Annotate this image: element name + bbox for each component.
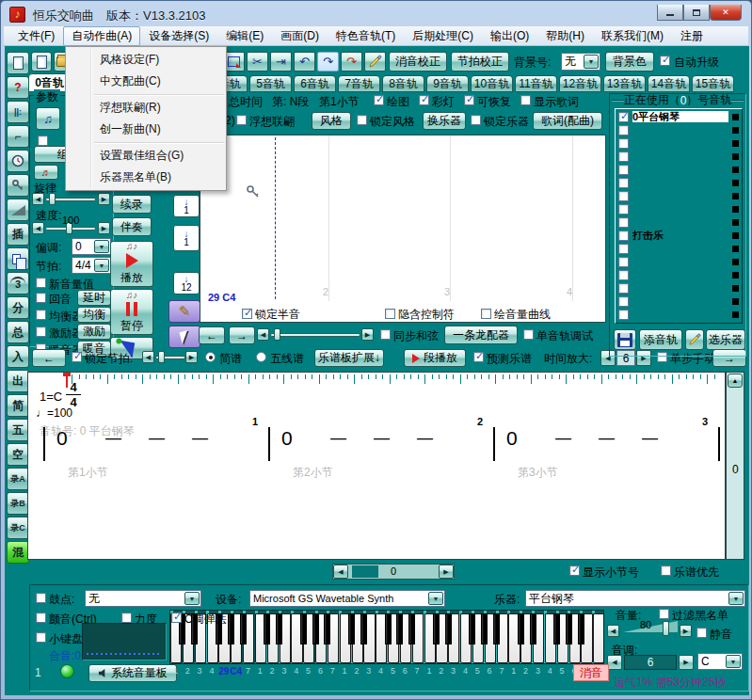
piano-black-key[interactable]: [360, 613, 367, 644]
hidden-ctrl-checkbox[interactable]: [385, 309, 395, 319]
piano-black-key[interactable]: [240, 613, 247, 644]
menu-item-4[interactable]: 编辑(E): [217, 26, 272, 46]
instrument-checkbox[interactable]: [618, 204, 629, 215]
corner-tool-icon[interactable]: ⌐: [7, 125, 29, 148]
lock-semitone-checkbox[interactable]: [242, 309, 252, 319]
instrument-row[interactable]: 打击乐: [616, 229, 741, 242]
tab-track-14[interactable]: 14音轨: [648, 75, 690, 92]
empty-tool[interactable]: 空: [7, 443, 29, 466]
velocity-checkbox[interactable]: [121, 612, 132, 623]
piano-black-key[interactable]: [553, 613, 560, 644]
key-tool-icon[interactable]: [7, 174, 29, 197]
new-file-button[interactable]: [31, 52, 52, 72]
lock-style-checkbox[interactable]: [357, 115, 367, 125]
brush-icon[interactable]: [364, 52, 386, 72]
instrument-checkbox[interactable]: [618, 151, 629, 162]
score-v-scrollbar[interactable]: ▲ 0: [726, 372, 744, 560]
instrument-row[interactable]: [616, 215, 741, 229]
instrument-square[interactable]: [732, 153, 739, 160]
drum-select[interactable]: 无: [85, 590, 201, 607]
instrument-row[interactable]: 0平台钢琴: [616, 110, 741, 123]
one-stop-orchestration-button[interactable]: 一条龙配器: [444, 326, 518, 344]
accompany-button[interactable]: 伴奏: [112, 217, 152, 236]
auto-update-checkbox[interactable]: [660, 56, 670, 66]
add-track-button[interactable]: 添音轨: [639, 329, 682, 350]
instrument-checkbox[interactable]: [618, 244, 629, 254]
chevron-down-icon[interactable]: [728, 592, 744, 605]
piano-black-key[interactable]: [518, 613, 524, 644]
tab-track-7[interactable]: 7音轨: [338, 75, 380, 92]
mute-checkbox[interactable]: [696, 628, 707, 638]
tab-track-8[interactable]: 8音轨: [382, 75, 424, 92]
title-bar[interactable]: ♪ 恒乐交响曲 版本：V13.3.2103 ✕: [3, 3, 749, 26]
lock-instrument-checkbox[interactable]: [471, 115, 481, 125]
instrument-row[interactable]: [616, 202, 741, 215]
chevron-down-icon[interactable]: [584, 55, 599, 69]
beat-correct-button[interactable]: 节拍校正: [451, 52, 509, 72]
piano-keyboard[interactable]: [169, 610, 604, 664]
instrument-row[interactable]: [616, 242, 741, 255]
piano-white-key[interactable]: [593, 613, 604, 663]
brush-button[interactable]: [685, 329, 704, 350]
piano-black-key[interactable]: [481, 613, 488, 644]
free-think-checkbox[interactable]: [236, 115, 247, 125]
new-file-icon[interactable]: [7, 52, 29, 74]
instrument-row[interactable]: [616, 150, 741, 163]
drum-checkbox[interactable]: [36, 593, 46, 603]
instrument-square[interactable]: [732, 180, 739, 186]
filter-blacklist-checkbox[interactable]: [659, 609, 669, 619]
h-scroll-thumb[interactable]: [352, 565, 378, 578]
instrument-square[interactable]: [732, 206, 739, 213]
instrument-square[interactable]: [732, 219, 739, 226]
show-lyrics-checkbox[interactable]: [520, 95, 531, 105]
tab-track-9[interactable]: 9音轨: [426, 75, 469, 92]
record-c-tool[interactable]: 录C: [7, 517, 29, 539]
instrument-square[interactable]: [732, 232, 739, 239]
single-track-debug-checkbox[interactable]: [523, 329, 534, 340]
beat-select[interactable]: 4/4: [72, 257, 111, 274]
c-mode-checkbox[interactable]: [171, 612, 182, 623]
piano-black-key[interactable]: [385, 613, 392, 644]
instrument-checkbox[interactable]: [618, 138, 629, 149]
instrument-row[interactable]: [616, 189, 741, 202]
instrument-row[interactable]: [616, 176, 741, 189]
instrument-square[interactable]: [732, 127, 739, 134]
draw-checkbox[interactable]: [374, 95, 384, 105]
instrument-checkbox[interactable]: [618, 257, 629, 267]
instrument-checkbox[interactable]: [618, 283, 629, 294]
chevron-down-icon[interactable]: [94, 259, 109, 272]
piano-black-key[interactable]: [300, 613, 307, 644]
scroll-right-arrow[interactable]: ▶: [439, 565, 454, 579]
clock-tool-icon[interactable]: [7, 150, 29, 172]
instrument-square[interactable]: [732, 259, 739, 265]
piano-black-key[interactable]: [264, 613, 270, 644]
instrument-row[interactable]: [616, 136, 741, 150]
spinner-1-button[interactable]: ↓1: [173, 195, 200, 217]
menu-option[interactable]: 设置最佳组合(G): [66, 145, 226, 167]
piano-black-key[interactable]: [396, 613, 403, 644]
predict-score-checkbox[interactable]: [473, 352, 484, 362]
jianpu-tool[interactable]: 简: [7, 394, 29, 417]
instrument-checkbox[interactable]: [618, 191, 629, 201]
instrument-checkbox[interactable]: [618, 296, 629, 307]
lights-checkbox[interactable]: [419, 95, 429, 105]
menu-option[interactable]: 乐器黑名单(B): [66, 167, 226, 188]
redo-icon[interactable]: ↷: [317, 52, 339, 72]
vibrato-checkbox[interactable]: [36, 612, 46, 623]
score-area[interactable]: 1=C 4 4 ♩=100 音轨号: 0 平台钢琴 0———1第1小节0———2…: [27, 372, 726, 560]
spinner-3-button[interactable]: ↓12: [173, 272, 200, 294]
menu-item-10[interactable]: 联系我们(M): [593, 26, 672, 46]
instrument-checkbox[interactable]: [618, 125, 629, 135]
equalizer-checkbox[interactable]: [36, 310, 46, 320]
volume-thumb[interactable]: [663, 621, 669, 636]
instrument-checkbox[interactable]: [618, 178, 629, 188]
piano-black-key[interactable]: [433, 613, 440, 644]
instrument-square[interactable]: [732, 272, 739, 278]
score-priority-checkbox[interactable]: [661, 565, 671, 576]
instrument-row[interactable]: [616, 255, 741, 268]
instrument-square[interactable]: [732, 246, 739, 252]
chevron-down-icon[interactable]: [94, 240, 109, 253]
h-scroll-track[interactable]: 0: [348, 565, 439, 579]
tab-track-15[interactable]: 15音轨: [692, 75, 734, 92]
instrument-row[interactable]: [616, 123, 741, 136]
